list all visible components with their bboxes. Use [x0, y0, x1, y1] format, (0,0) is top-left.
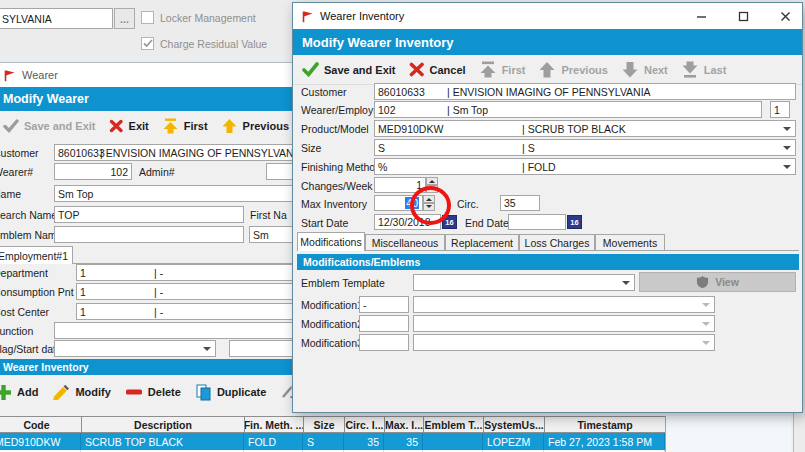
wearer-no-field[interactable]: 102: [54, 163, 132, 180]
modify-button[interactable]: Modify: [52, 384, 110, 400]
close-button[interactable]: [778, 9, 792, 23]
pencil-icon: [52, 384, 70, 400]
col-code-label: Code: [23, 419, 49, 431]
inv-size-name: | S: [522, 140, 535, 155]
modification1-field[interactable]: -: [359, 296, 409, 313]
inv-circ-field[interactable]: 35: [500, 195, 540, 211]
modification1-dropdown[interactable]: [413, 296, 715, 313]
inv-previous-button[interactable]: Previous: [538, 61, 607, 78]
locker-management-checkbox[interactable]: [141, 11, 154, 24]
emblem-name-field[interactable]: [54, 226, 244, 243]
col-circ[interactable]: Circ. I...: [345, 416, 385, 433]
search-name-value: TOP: [58, 209, 79, 221]
inv-end-date-label: End Date: [465, 217, 509, 229]
flag-start-date-label: Flag/Start date: [0, 343, 62, 355]
tab-miscellaneous-label: Miscellaneous: [372, 237, 439, 249]
search-name-field[interactable]: TOP: [54, 206, 244, 223]
table-row[interactable]: MED910DKW SCRUB TOP BLACK FOLD S 35 35 L…: [0, 433, 665, 450]
cost-center-field[interactable]: 1 | -: [76, 303, 296, 320]
tab-loss-charges[interactable]: Loss Charges: [519, 234, 595, 251]
inv-wearer-field[interactable]: 102 | Sm Top: [374, 101, 762, 118]
inv-product-code: MED910DKW: [378, 123, 443, 135]
browse-button[interactable]: ...: [114, 8, 135, 29]
modification2-dropdown[interactable]: [413, 315, 715, 332]
minimize-button[interactable]: [694, 9, 708, 23]
inv-customer-code: 86010633: [378, 86, 425, 98]
col-max-label: Max. I...: [385, 419, 423, 431]
wearer-exit-button[interactable]: Exit: [109, 119, 149, 133]
col-systemuser[interactable]: SystemUs...: [484, 416, 545, 433]
col-emblem[interactable]: Emblem T...: [424, 416, 484, 433]
state-field[interactable]: SYLVANIA: [0, 8, 113, 29]
cost-center-label: Cost Center: [0, 306, 49, 318]
customer-field[interactable]: 86010633 | ENVISION IMAGING OF PENNSYLVA…: [54, 144, 300, 161]
col-description[interactable]: Description: [82, 416, 245, 433]
inventory-window-titlebar[interactable]: Wearer Inventory: [293, 3, 802, 29]
tab-employment-1[interactable]: Employment#1: [0, 246, 73, 264]
maximize-button[interactable]: [736, 9, 750, 23]
inv-last-button[interactable]: Last: [681, 61, 727, 78]
add-button[interactable]: Add: [0, 384, 38, 401]
tab-miscellaneous[interactable]: Miscellaneous: [365, 234, 445, 251]
modification2-field[interactable]: [359, 315, 409, 332]
tab-modifications[interactable]: Modifications: [297, 232, 365, 251]
col-emblem-label: Emblem T...: [425, 419, 483, 431]
tab-loss-charges-label: Loss Charges: [525, 237, 590, 249]
tab-movements-label: Movements: [603, 237, 657, 249]
inv-customer-field[interactable]: 86010633 | ENVISION IMAGING OF PENNSYLVA…: [374, 83, 796, 100]
inv-last-label: Last: [704, 64, 727, 76]
inventory-window-title: Wearer Inventory: [320, 10, 404, 22]
modification3-field[interactable]: [359, 334, 409, 351]
end-date-calendar-button[interactable]: 16: [567, 215, 582, 229]
col-max[interactable]: Max. I...: [385, 416, 424, 433]
flag-dropdown[interactable]: [54, 340, 216, 357]
cell-code: MED910DKW: [0, 433, 81, 450]
inv-employment-no-field[interactable]: 1: [770, 101, 790, 118]
col-timestamp[interactable]: Timestamp: [545, 416, 666, 433]
flag-date-field[interactable]: [229, 340, 295, 357]
tab-modifications-label: Modifications: [300, 236, 361, 248]
minimize-icon: [696, 11, 707, 22]
charge-residual-label: Charge Residual Value: [160, 38, 267, 50]
department-field[interactable]: 1 | -: [76, 264, 296, 281]
wearer-first-button[interactable]: First: [162, 118, 208, 134]
inv-first-button[interactable]: First: [479, 61, 526, 78]
col-size[interactable]: Size: [304, 416, 345, 433]
modification3-dropdown[interactable]: [413, 334, 715, 351]
search-name-label: Search Name: [0, 209, 57, 221]
inv-wearer-code: 102: [378, 104, 396, 116]
inv-cancel-button[interactable]: Cancel: [409, 62, 466, 77]
inv-size-combo[interactable]: S | S: [374, 139, 796, 156]
col-code[interactable]: Code: [0, 416, 82, 433]
inv-cancel-label: Cancel: [430, 64, 466, 76]
inv-finishing-combo[interactable]: % | FOLD: [374, 158, 796, 175]
function-field[interactable]: [54, 322, 296, 339]
app-flag-icon: [3, 69, 16, 82]
short-name-field[interactable]: Sm: [249, 226, 295, 243]
inventory-table-header: Code Description Fin. Meth. ... Size Cir…: [0, 416, 666, 433]
tab-employment-label: Employment#1: [0, 250, 68, 262]
view-button[interactable]: View: [639, 272, 796, 292]
customer-name: | ENVISION IMAGING OF PENNSYLVANIA: [100, 145, 300, 160]
col-fin-method[interactable]: Fin. Meth. ...: [245, 416, 304, 433]
inv-product-combo[interactable]: MED910DKW | SCRUB TOP BLACK: [374, 120, 796, 137]
delete-button[interactable]: Delete: [125, 385, 181, 399]
inv-save-exit-button[interactable]: Save and Exit: [302, 62, 396, 77]
name-field[interactable]: Sm Top: [54, 185, 300, 202]
inv-end-date-field[interactable]: [508, 214, 566, 230]
cell-size: S: [303, 433, 344, 450]
chevron-down-icon: [783, 127, 791, 135]
tab-replacement[interactable]: Replacement: [445, 234, 519, 251]
inv-next-button[interactable]: Next: [621, 61, 668, 78]
function-label: Function: [0, 325, 33, 337]
inv-save-exit-label: Save and Exit: [324, 64, 396, 76]
charge-residual-checkbox[interactable]: [141, 37, 154, 50]
wearer-save-exit-button[interactable]: Save and Exit: [3, 119, 96, 133]
col-timestamp-label: Timestamp: [577, 419, 632, 431]
wearer-previous-button[interactable]: Previous: [221, 118, 289, 134]
emblem-template-dropdown[interactable]: [413, 274, 635, 291]
consumption-field[interactable]: 1 | -: [76, 283, 296, 300]
duplicate-button[interactable]: Duplicate: [195, 384, 267, 401]
table-side-panel: [665, 416, 791, 452]
tab-movements[interactable]: Movements: [595, 234, 665, 251]
